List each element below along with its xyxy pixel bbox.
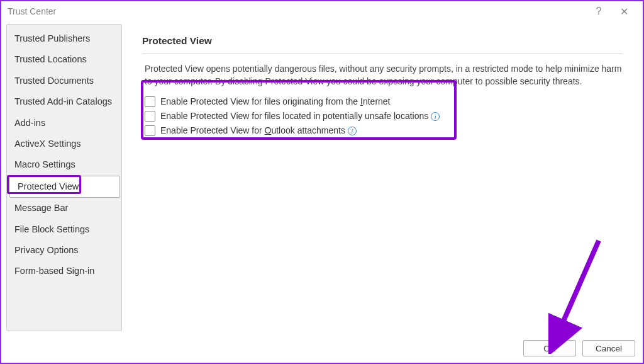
content-panel: Protected View Protected View opens pote… — [122, 24, 638, 331]
checkbox-internet[interactable] — [145, 96, 155, 107]
checkbox-row-unsafe-locations: Enable Protected View for files located … — [145, 109, 623, 123]
close-button[interactable]: ✕ — [611, 6, 636, 18]
sidebar-item-add-ins[interactable]: Add-ins — [7, 113, 121, 134]
info-icon[interactable]: i — [431, 112, 440, 121]
checkbox-list: Enable Protected View for files originat… — [142, 94, 623, 138]
checkbox-label-internet: Enable Protected View for files originat… — [160, 96, 391, 106]
checkbox-label-outlook: Enable Protected View for Outlook attach… — [160, 125, 357, 136]
sidebar-item-macro-settings[interactable]: Macro Settings — [7, 154, 121, 175]
sidebar-item-privacy-options[interactable]: Privacy Options — [7, 240, 121, 261]
trust-center-dialog: Trust Center ? ✕ Trusted Publishers Trus… — [0, 0, 644, 364]
sidebar-item-form-based-signin[interactable]: Form-based Sign-in — [7, 261, 121, 282]
sidebar-item-file-block-settings[interactable]: File Block Settings — [7, 219, 121, 240]
content-heading: Protected View — [142, 35, 623, 54]
checkbox-row-outlook: Enable Protected View for Outlook attach… — [145, 123, 623, 138]
info-icon[interactable]: i — [348, 127, 357, 135]
titlebar: Trust Center ? ✕ — [1, 1, 643, 21]
ok-button[interactable]: OK — [523, 340, 576, 356]
help-button[interactable]: ? — [586, 6, 611, 17]
sidebar-item-activex-settings[interactable]: ActiveX Settings — [7, 134, 121, 154]
sidebar: Trusted Publishers Trusted Locations Tru… — [6, 24, 122, 331]
window-title: Trust Center — [8, 6, 586, 16]
sidebar-item-trusted-locations[interactable]: Trusted Locations — [7, 49, 121, 70]
body-area: Trusted Publishers Trusted Locations Tru… — [1, 21, 643, 336]
footer: OK Cancel — [1, 336, 643, 363]
content-description: Protected View opens potentially dangero… — [142, 62, 623, 88]
sidebar-item-protected-view[interactable]: Protected View — [9, 176, 120, 198]
sidebar-item-trusted-publishers[interactable]: Trusted Publishers — [7, 28, 121, 49]
cancel-button[interactable]: Cancel — [582, 340, 635, 356]
checkbox-outlook[interactable] — [145, 125, 155, 136]
sidebar-item-trusted-addin-catalogs[interactable]: Trusted Add-in Catalogs — [7, 91, 121, 112]
checkbox-unsafe-locations[interactable] — [145, 111, 155, 122]
sidebar-item-message-bar[interactable]: Message Bar — [7, 198, 121, 219]
checkbox-label-unsafe-locations: Enable Protected View for files located … — [160, 111, 440, 122]
sidebar-item-trusted-documents[interactable]: Trusted Documents — [7, 71, 121, 91]
checkbox-row-internet: Enable Protected View for files originat… — [145, 94, 623, 109]
